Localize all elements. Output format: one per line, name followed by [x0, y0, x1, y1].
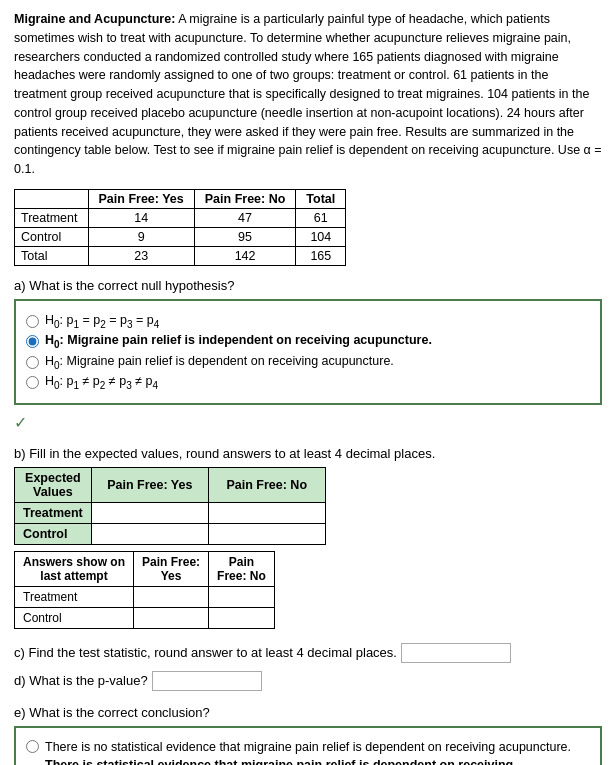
table-row: Treatment 14 47 61	[15, 208, 346, 227]
cell-treatment-no: 47	[194, 208, 296, 227]
attempt-row-control: Control	[15, 607, 275, 628]
cell-total-total: 165	[296, 246, 346, 265]
attempt-treatment-no	[209, 586, 275, 607]
option-e1[interactable]: There is no statistical evidence that mi…	[26, 740, 590, 754]
row-label-total: Total	[15, 246, 89, 265]
exp-header-label: ExpectedValues	[15, 467, 92, 502]
exp-treatment-no-input[interactable]	[217, 506, 317, 520]
option-e2[interactable]: There is statistical evidence that migra…	[26, 758, 590, 765]
cell-total-no: 142	[194, 246, 296, 265]
exp-control-no-input[interactable]	[217, 527, 317, 541]
expected-row-control: Control	[15, 523, 326, 544]
section-d-label: d) What is the p-value?	[14, 673, 148, 688]
attempt-header-label: Answers show onlast attempt	[15, 551, 134, 586]
attempt-control-no	[209, 607, 275, 628]
expected-values-table: ExpectedValues Pain Free: Yes Pain Free:…	[14, 467, 326, 545]
attempt-treatment-yes	[134, 586, 209, 607]
table-row: Total 23 142 165	[15, 246, 346, 265]
exp-treatment-yes-cell[interactable]	[91, 502, 208, 523]
section-c-row: c) Find the test statistic, round answer…	[14, 643, 602, 663]
label-a1: H0: p1 = p2 = p3 = p4	[45, 313, 159, 330]
label-e2: There is statistical evidence that migra…	[45, 758, 590, 765]
table-row: Control 9 95 104	[15, 227, 346, 246]
exp-header-yes: Pain Free: Yes	[91, 467, 208, 502]
section-a-label: a) What is the correct null hypothesis?	[14, 278, 602, 293]
radio-e1[interactable]	[26, 740, 39, 753]
col-header-empty	[15, 189, 89, 208]
attempt-row-treatment: Treatment	[15, 586, 275, 607]
section-e-answer-box: There is no statistical evidence that mi…	[14, 726, 602, 765]
row-label-treatment: Treatment	[15, 208, 89, 227]
cell-total-yes: 23	[88, 246, 194, 265]
option-a2[interactable]: H0: Migraine pain relief is independent …	[26, 333, 590, 350]
intro-text: Migraine and Acupuncture: A migraine is …	[14, 10, 602, 179]
row-label-control: Control	[15, 227, 89, 246]
col-header-total: Total	[296, 189, 346, 208]
exp-control-yes-cell[interactable]	[91, 523, 208, 544]
expected-row-treatment: Treatment	[15, 502, 326, 523]
exp-treatment-yes-input[interactable]	[100, 506, 200, 520]
label-e1: There is no statistical evidence that mi…	[45, 740, 571, 754]
section-a-checkmark: ✓	[14, 413, 602, 432]
section-c-label: c) Find the test statistic, round answer…	[14, 645, 397, 660]
label-a2: H0: Migraine pain relief is independent …	[45, 333, 432, 350]
exp-control-no-cell[interactable]	[208, 523, 325, 544]
exp-header-no: Pain Free: No	[208, 467, 325, 502]
section-a-answer-box: H0: p1 = p2 = p3 = p4 H0: Migraine pain …	[14, 299, 602, 405]
exp-label-treatment: Treatment	[15, 502, 92, 523]
section-b-label: b) Fill in the expected values, round an…	[14, 446, 602, 461]
exp-treatment-no-cell[interactable]	[208, 502, 325, 523]
cell-control-total: 104	[296, 227, 346, 246]
attempt-label-treatment: Treatment	[15, 586, 134, 607]
radio-a4[interactable]	[26, 376, 39, 389]
test-statistic-input[interactable]	[401, 643, 511, 663]
cell-control-yes: 9	[88, 227, 194, 246]
exp-control-yes-input[interactable]	[100, 527, 200, 541]
cell-control-no: 95	[194, 227, 296, 246]
pvalue-input[interactable]	[152, 671, 262, 691]
radio-a1[interactable]	[26, 315, 39, 328]
attempt-table: Answers show onlast attempt Pain Free:Ye…	[14, 551, 275, 629]
cell-treatment-yes: 14	[88, 208, 194, 227]
attempt-control-yes	[134, 607, 209, 628]
section-d-row: d) What is the p-value?	[14, 671, 602, 691]
col-header-no: Pain Free: No	[194, 189, 296, 208]
radio-a2[interactable]	[26, 335, 39, 348]
option-a3[interactable]: H0: Migraine pain relief is dependent on…	[26, 354, 590, 371]
attempt-label-control: Control	[15, 607, 134, 628]
cell-treatment-total: 61	[296, 208, 346, 227]
intro-body: A migraine is a particularly painful typ…	[14, 12, 602, 176]
label-a3: H0: Migraine pain relief is dependent on…	[45, 354, 394, 371]
option-a1[interactable]: H0: p1 = p2 = p3 = p4	[26, 313, 590, 330]
label-a4: H0: p1 ≠ p2 ≠ p3 ≠ p4	[45, 374, 158, 391]
radio-a3[interactable]	[26, 356, 39, 369]
attempt-header-no: PainFree: No	[209, 551, 275, 586]
option-a4[interactable]: H0: p1 ≠ p2 ≠ p3 ≠ p4	[26, 374, 590, 391]
section-e-label: e) What is the correct conclusion?	[14, 705, 602, 720]
intro-title: Migraine and Acupuncture:	[14, 12, 175, 26]
exp-label-control: Control	[15, 523, 92, 544]
attempt-header-yes: Pain Free:Yes	[134, 551, 209, 586]
contingency-table: Pain Free: Yes Pain Free: No Total Treat…	[14, 189, 346, 266]
col-header-yes: Pain Free: Yes	[88, 189, 194, 208]
